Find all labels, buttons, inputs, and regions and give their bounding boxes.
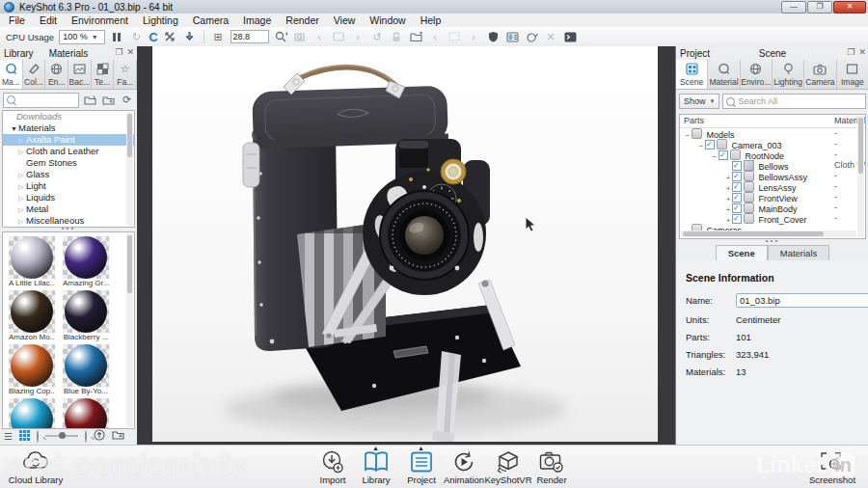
material-thumb[interactable] xyxy=(9,398,55,429)
menu-lighting[interactable]: Lighting xyxy=(143,14,178,26)
part-row-models[interactable]: − Models- xyxy=(680,128,865,139)
project-tab-image[interactable]: Image xyxy=(837,60,868,89)
menu-camera[interactable]: Camera xyxy=(193,14,229,26)
studio-slot-icon[interactable] xyxy=(448,30,462,44)
close-button[interactable]: ✕ xyxy=(833,1,866,14)
cpu-usage-select[interactable]: 100 %▼ xyxy=(59,30,105,44)
panel-splitter[interactable]: ••• xyxy=(676,238,868,244)
studio-prev-icon[interactable]: ‹ xyxy=(428,30,443,44)
tree-item-axalta-paint[interactable]: ▷Axalta Paint xyxy=(3,134,134,146)
part-row-lensassy[interactable]: + LensAssy- xyxy=(680,181,865,192)
menu-help[interactable]: Help xyxy=(420,14,442,26)
grid-view-icon[interactable] xyxy=(19,430,30,443)
tree-item-metal[interactable]: ▷Metal xyxy=(3,203,134,215)
menu-view[interactable]: View xyxy=(334,14,356,26)
tree-item-downloads[interactable]: Downloads xyxy=(3,111,134,122)
subtab-materials[interactable]: Materials xyxy=(768,245,830,260)
camera-prev-icon[interactable]: ‹ xyxy=(312,30,327,44)
minimize-button[interactable]: — xyxy=(781,1,806,14)
material-thumb[interactable]: Amazing Gr... xyxy=(63,236,109,288)
visibility-checkbox[interactable] xyxy=(705,140,715,149)
part-row-front-cover[interactable]: + Front_Cover- xyxy=(680,213,865,224)
pause-icon[interactable] xyxy=(110,30,124,44)
library-tab-materials[interactable]: Ma... xyxy=(0,60,23,89)
parts-search-input[interactable]: Search All xyxy=(722,94,866,109)
import-to-library-icon[interactable] xyxy=(112,430,124,442)
material-thumb[interactable]: Blue By-Yo... xyxy=(63,344,109,396)
import-folder-icon[interactable] xyxy=(83,93,97,107)
camera-slot-icon[interactable] xyxy=(332,30,346,44)
material-thumb[interactable]: Blazing Cop... xyxy=(9,344,55,396)
material-ball-icon[interactable] xyxy=(525,30,539,44)
refresh-icon[interactable]: ↺ xyxy=(370,30,385,44)
zoom-plus-icon[interactable] xyxy=(274,30,288,44)
dock-render[interactable]: Render xyxy=(518,448,585,485)
show-filter-dropdown[interactable]: Show▼ xyxy=(679,94,719,109)
visibility-checkbox[interactable] xyxy=(719,150,728,160)
reset-camera-icon[interactable]: ↻ xyxy=(129,30,144,44)
upload-icon[interactable] xyxy=(94,429,105,443)
zoom-out-icon[interactable] xyxy=(37,431,39,442)
menu-image[interactable]: Image xyxy=(243,14,271,26)
material-thumb[interactable]: Amazon Mo... xyxy=(9,290,55,342)
part-row-mainbody[interactable]: + MainBody- xyxy=(680,203,865,213)
project-tab-material[interactable]: Material xyxy=(708,60,740,89)
menu-edit[interactable]: Edit xyxy=(40,14,57,26)
tree-item-liquids[interactable]: ▷Liquids xyxy=(3,192,134,203)
tree-item-light[interactable]: ▷Light xyxy=(3,180,134,192)
library-tab-backplates[interactable]: Bac... xyxy=(68,60,92,89)
visibility-checkbox[interactable] xyxy=(732,214,742,224)
shield-icon[interactable] xyxy=(486,30,501,44)
scene-name-input[interactable] xyxy=(736,293,868,308)
undock-icon[interactable]: ❐ xyxy=(115,47,122,57)
project-panel-header[interactable]: Project Scene ❐ ✕ xyxy=(676,46,868,60)
studio-next-icon[interactable]: › xyxy=(467,30,481,44)
library-tab-textures[interactable]: Te... xyxy=(92,60,115,89)
part-row-bellows[interactable]: BellowsCloth We xyxy=(680,160,865,171)
dock-cloud-library[interactable]: Cloud Library xyxy=(2,448,69,485)
screenshot-arrow-icon[interactable] xyxy=(182,30,197,44)
visibility-checkbox[interactable] xyxy=(732,182,742,192)
undock-icon[interactable]: ❐ xyxy=(847,47,854,57)
material-thumb[interactable] xyxy=(63,398,109,429)
project-tab-scene[interactable]: Scene xyxy=(676,60,708,89)
library-tab-colors[interactable]: Col... xyxy=(23,60,46,89)
flip-icon[interactable]: ✕ xyxy=(544,30,558,44)
zoom-in-icon[interactable] xyxy=(85,431,87,442)
material-thumb[interactable]: A Little Lilac... xyxy=(9,236,55,288)
tree-item-glass[interactable]: ▷Glass xyxy=(3,169,134,180)
tree-item-materials-root[interactable]: ▼Materials xyxy=(3,122,134,134)
realtime-render-icon[interactable]: C xyxy=(149,30,157,44)
library-tree-scrollbar[interactable] xyxy=(126,112,133,226)
subtab-scene[interactable]: Scene xyxy=(716,245,768,260)
info-panel-icon[interactable] xyxy=(505,30,520,44)
parts-tree-vscrollbar[interactable] xyxy=(857,116,864,237)
console-icon[interactable] xyxy=(563,30,578,44)
part-row-frontview[interactable]: + FrontView- xyxy=(680,192,865,203)
grid-icon[interactable]: ⊞ xyxy=(211,30,226,44)
library-tab-environments[interactable]: En... xyxy=(45,60,68,89)
project-tab-lighting[interactable]: Lighting xyxy=(773,60,804,89)
thumbnail-scrollbar[interactable] xyxy=(126,233,133,427)
menu-environment[interactable]: Environment xyxy=(71,14,128,26)
library-panel-header[interactable]: Library Materials ❐ ✕ xyxy=(0,46,137,60)
add-folder-icon[interactable] xyxy=(409,30,423,44)
material-thumb[interactable]: Blackberry ... xyxy=(63,290,109,342)
part-row-rootnode[interactable]: − RootNode- xyxy=(680,149,865,160)
focal-length-input[interactable] xyxy=(231,30,269,43)
camera-next-icon[interactable]: › xyxy=(351,30,366,44)
project-tab-camera[interactable]: Camera xyxy=(804,60,836,89)
new-folder-icon[interactable] xyxy=(101,93,116,107)
close-panel-icon[interactable]: ✕ xyxy=(858,47,866,57)
visibility-checkbox[interactable] xyxy=(732,172,742,181)
refresh-library-icon[interactable]: ⟳ xyxy=(120,93,134,107)
tree-item-gem-stones[interactable]: Gem Stones xyxy=(3,157,134,169)
dock-screenshot[interactable]: Screenshot xyxy=(799,448,866,485)
title-bar[interactable]: KeyShot 6.3 Pro - 01_03.bip - 64 bit — ❐… xyxy=(0,0,868,14)
lock-icon[interactable] xyxy=(390,30,404,44)
thumbnail-size-slider[interactable] xyxy=(45,435,78,437)
restore-button[interactable]: ❐ xyxy=(807,1,832,14)
close-panel-icon[interactable]: ✕ xyxy=(126,47,134,57)
tree-item-cloth-leather[interactable]: ▷Cloth and Leather xyxy=(3,146,134,157)
camera-views-icon[interactable] xyxy=(293,30,308,44)
